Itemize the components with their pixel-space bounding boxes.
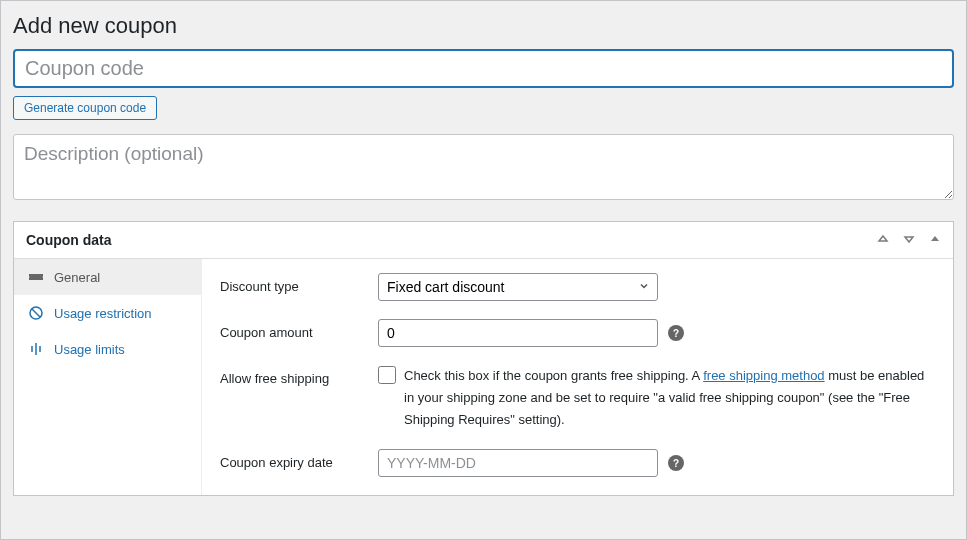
panel-controls [877,233,941,248]
expiry-date-label: Coupon expiry date [220,449,378,470]
generate-coupon-code-button[interactable]: Generate coupon code [13,96,157,120]
coupon-amount-label: Coupon amount [220,319,378,340]
help-icon[interactable]: ? [668,325,684,341]
page-title: Add new coupon [13,13,954,39]
ticket-icon [28,269,44,285]
panel-header: Coupon data [14,222,953,259]
discount-type-row: Discount type Fixed cart discount [220,273,935,301]
free-shipping-label: Allow free shipping [220,365,378,386]
expiry-date-row: Coupon expiry date ? [220,449,935,477]
free-shipping-description: Check this box if the coupon grants free… [404,365,935,431]
tab-general[interactable]: General [14,259,201,295]
free-shipping-row: Allow free shipping Check this box if th… [220,365,935,431]
tab-usage-restriction-label: Usage restriction [54,306,152,321]
tab-general-label: General [54,270,100,285]
tab-usage-limits-label: Usage limits [54,342,125,357]
tab-usage-restriction[interactable]: Usage restriction [14,295,201,331]
panel-toggle-icon[interactable] [929,233,941,248]
general-tab-content: Discount type Fixed cart discount [202,259,953,495]
panel-move-down-icon[interactable] [903,233,915,248]
svg-line-1 [32,309,40,317]
discount-type-label: Discount type [220,273,378,294]
coupon-tabs: General Usage restriction Usage limits [14,259,202,495]
sliders-icon [28,341,44,357]
coupon-code-input[interactable] [13,49,954,88]
discount-type-select[interactable]: Fixed cart discount [378,273,658,301]
description-textarea[interactable] [13,134,954,200]
panel-body: General Usage restriction Usage limits [14,259,953,495]
tab-usage-limits[interactable]: Usage limits [14,331,201,367]
coupon-amount-input[interactable] [378,319,658,347]
expiry-date-input[interactable] [378,449,658,477]
panel-title: Coupon data [26,232,112,248]
coupon-amount-row: Coupon amount ? [220,319,935,347]
block-icon [28,305,44,321]
free-shipping-method-link[interactable]: free shipping method [703,368,824,383]
add-coupon-page: Add new coupon Generate coupon code Coup… [0,0,967,540]
help-icon[interactable]: ? [668,455,684,471]
panel-move-up-icon[interactable] [877,233,889,248]
coupon-data-panel: Coupon data General [13,221,954,496]
free-shipping-checkbox[interactable] [378,366,396,384]
